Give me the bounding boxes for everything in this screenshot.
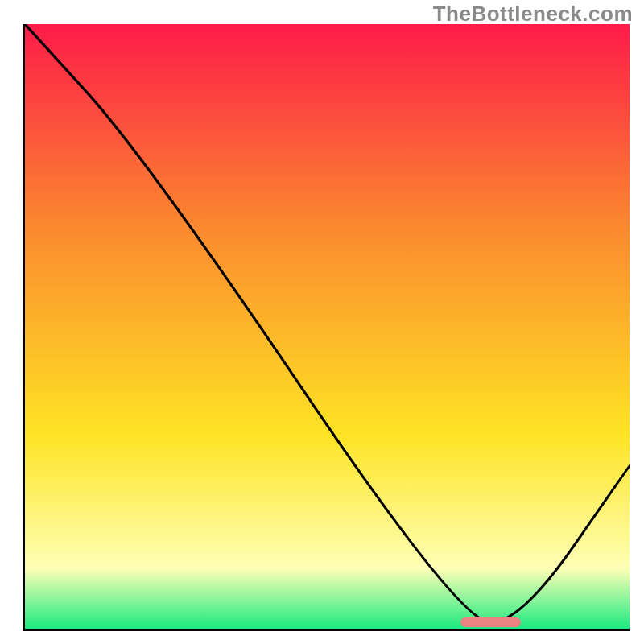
attribution-text: TheBottleneck.com	[433, 2, 633, 27]
optimal-range-marker	[460, 617, 521, 627]
plot-area	[23, 24, 630, 631]
chart-frame: TheBottleneck.com	[0, 0, 644, 644]
plot-svg	[25, 24, 630, 629]
gradient-background	[25, 24, 630, 629]
